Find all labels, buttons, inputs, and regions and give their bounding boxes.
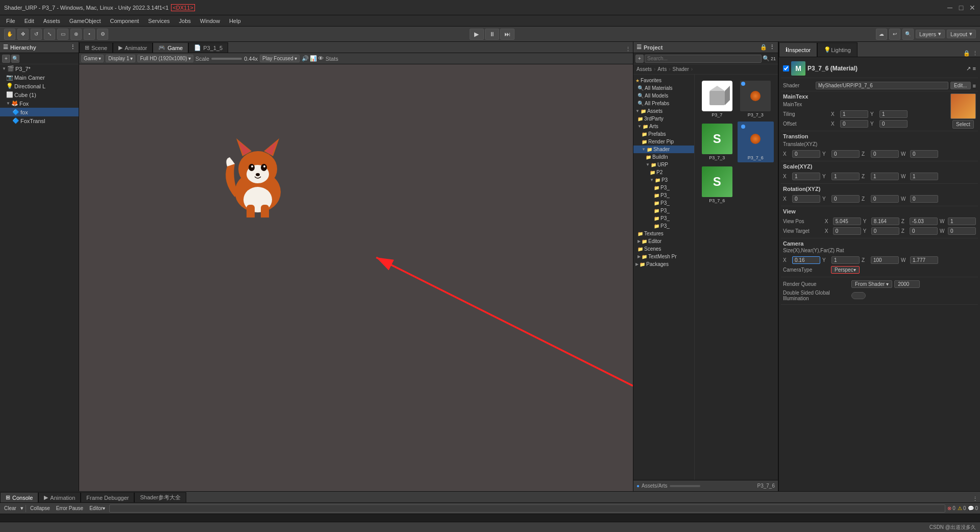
- rz-input[interactable]: [871, 195, 899, 203]
- scale-slider[interactable]: [211, 58, 242, 60]
- hierarchy-item-fox-mesh[interactable]: 🔷 fox: [0, 108, 79, 116]
- sz-input[interactable]: [871, 173, 899, 180]
- hierarchy-item-fox[interactable]: ▼ 🦊 Fox: [0, 99, 79, 108]
- project-menu-icon[interactable]: ⋮: [769, 44, 775, 51]
- tz-input[interactable]: [871, 150, 899, 158]
- vtw-input[interactable]: [948, 227, 976, 235]
- settings-button[interactable]: ⚙: [97, 29, 108, 40]
- game-dropdown[interactable]: Game ▾: [81, 55, 104, 62]
- tree-assets-root[interactable]: ▼ 📁 Assets: [633, 107, 694, 115]
- inspector-menu-icon[interactable]: ⋮: [972, 50, 978, 57]
- clear-button[interactable]: Clear: [2, 505, 18, 512]
- menu-assets[interactable]: Assets: [39, 17, 64, 25]
- tree-textures[interactable]: 📁 Textures: [633, 230, 694, 237]
- shader-menu-icon[interactable]: ≡: [973, 83, 976, 89]
- tree-favorites[interactable]: ★ Favorites: [633, 77, 694, 84]
- collapse-button[interactable]: Collapse: [28, 505, 52, 512]
- tree-textmesh[interactable]: ▶ 📁 TextMesh Pr: [633, 253, 694, 260]
- layout-dropdown[interactable]: Layout ▾: [947, 30, 976, 38]
- tab-frame-debugger[interactable]: Frame Debugger: [81, 492, 134, 502]
- menu-services[interactable]: Services: [144, 17, 174, 25]
- render-queue-source-dropdown[interactable]: From Shader ▾: [851, 280, 892, 288]
- breadcrumb-arts[interactable]: Arts: [657, 66, 667, 72]
- mute-icon[interactable]: 🔊: [302, 55, 309, 62]
- vpw-input[interactable]: [948, 217, 976, 225]
- sy-input[interactable]: [831, 173, 860, 180]
- dot-tool-button[interactable]: •: [84, 29, 95, 40]
- vpz-input[interactable]: [910, 217, 938, 225]
- tree-buildin[interactable]: 📁 BuildIn: [633, 153, 694, 161]
- asset-p3_7-cube[interactable]: P3_7: [699, 79, 736, 119]
- ty-input[interactable]: [831, 150, 860, 158]
- cx-input[interactable]: [792, 256, 820, 264]
- error-pause-button[interactable]: Error Pause: [54, 505, 85, 512]
- tab-game[interactable]: 🎮 Game: [153, 42, 188, 53]
- pause-button[interactable]: ⏸: [485, 29, 499, 40]
- project-search-input[interactable]: [645, 55, 762, 63]
- tree-urp[interactable]: ▼ 📁 URP: [633, 161, 694, 168]
- breadcrumb-assets[interactable]: Assets: [636, 66, 652, 72]
- tx-input[interactable]: [792, 150, 820, 158]
- project-add-button[interactable]: +: [635, 55, 644, 63]
- hierarchy-menu-icon[interactable]: ⋮: [70, 44, 76, 51]
- shader-value[interactable]: MyShader/URP/P3_7_6: [816, 82, 948, 89]
- display-dropdown[interactable]: Display 1 ▾: [106, 55, 135, 62]
- vtx-input[interactable]: [833, 227, 861, 235]
- stats-icon[interactable]: 📊: [310, 55, 317, 62]
- minimize-button[interactable]: ─: [946, 4, 953, 11]
- tab-bar-menu[interactable]: ⋮: [625, 46, 633, 53]
- settings-icon[interactable]: ≡: [973, 65, 976, 72]
- cw-input[interactable]: [910, 256, 938, 264]
- maximize-button[interactable]: □: [958, 4, 965, 11]
- offset-y-input[interactable]: [879, 120, 908, 128]
- tree-all-models[interactable]: 🔍 All Models: [633, 92, 694, 100]
- shader-edit-button[interactable]: Edit...: [950, 82, 971, 89]
- tab-console[interactable]: ⊞ Console: [0, 492, 38, 502]
- material-enable-checkbox[interactable]: [783, 65, 789, 71]
- asset-p3_7_3-material[interactable]: P3_7_3: [738, 79, 774, 119]
- sw-input[interactable]: [910, 173, 938, 180]
- hierarchy-item-p3_7[interactable]: ▼ 🎬 P3_7*: [0, 64, 79, 73]
- play-focused-dropdown[interactable]: Play Focused ▾: [260, 55, 300, 62]
- tree-p3-4[interactable]: 📁 P3_: [633, 207, 694, 214]
- console-search-input[interactable]: [109, 504, 945, 513]
- menu-help[interactable]: Help: [225, 17, 245, 25]
- tree-editor[interactable]: ▶ 📁 Editor: [633, 237, 694, 245]
- resolution-dropdown[interactable]: Full HD (1920x1080) ▾: [137, 55, 193, 62]
- layers-dropdown[interactable]: Layers ▾: [916, 30, 945, 38]
- tree-p3[interactable]: ▼ 📁 P3: [633, 176, 694, 184]
- cy-input[interactable]: [831, 256, 860, 264]
- tab-lighting[interactable]: 💡 Lighting: [817, 42, 857, 57]
- tree-packages[interactable]: ▶ 📁 Packages: [633, 260, 694, 268]
- tree-p3-6[interactable]: 📁 P3_: [633, 222, 694, 230]
- hand-tool-button[interactable]: ✋: [4, 29, 15, 40]
- vtz-input[interactable]: [910, 227, 938, 235]
- tab-shader-ref[interactable]: Shader参考大全: [134, 492, 186, 502]
- cameratype-dropdown[interactable]: Perspec▾: [831, 266, 860, 274]
- menu-gameobject[interactable]: GameObject: [65, 17, 105, 25]
- tree-p2[interactable]: 📁 P2: [633, 168, 694, 176]
- tree-p3-1[interactable]: 📁 P3_: [633, 184, 694, 191]
- tree-p3-2[interactable]: 📁 P3_: [633, 191, 694, 199]
- scale-tool-button[interactable]: ⤡: [44, 29, 55, 40]
- menu-edit[interactable]: Edit: [20, 17, 38, 25]
- play-button[interactable]: ▶: [470, 29, 484, 40]
- inspector-lock-icon[interactable]: 🔒: [963, 50, 970, 57]
- console-tabs-menu[interactable]: ⋮: [972, 496, 980, 502]
- tree-3rdparty[interactable]: 📁 3rdParty: [633, 115, 694, 123]
- step-button[interactable]: ⏭: [500, 29, 514, 40]
- dsgi-toggle[interactable]: [851, 292, 866, 299]
- clear-chevron-icon[interactable]: ▾: [20, 505, 23, 512]
- asset-p3_7_3-shader[interactable]: S P3_7_3: [699, 122, 736, 162]
- vpx-input[interactable]: [833, 217, 861, 225]
- hierarchy-search-button[interactable]: 🔍: [11, 55, 19, 63]
- move-tool-button[interactable]: ✥: [17, 29, 29, 40]
- tree-prefabs[interactable]: 📁 Prefabs: [633, 130, 694, 138]
- tree-p3-3[interactable]: 📁 P3_: [633, 199, 694, 207]
- close-button[interactable]: ✕: [969, 4, 976, 11]
- hierarchy-item-maincam[interactable]: 📷 Main Camer: [0, 73, 79, 82]
- tree-scenes[interactable]: 📁 Scenes: [633, 245, 694, 253]
- tab-animation[interactable]: ▶ Animation: [38, 492, 81, 502]
- offset-x-input[interactable]: [840, 120, 868, 128]
- editor-dropdown-button[interactable]: Editor▾: [87, 505, 107, 512]
